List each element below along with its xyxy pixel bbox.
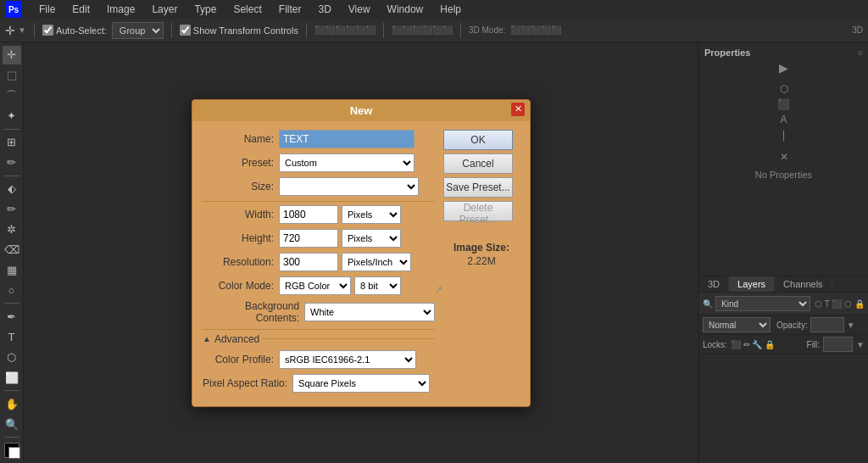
height-input[interactable] [279, 229, 338, 248]
properties-icon-1[interactable]: ⬡ [780, 83, 788, 95]
toolbar-separator-2 [171, 23, 172, 38]
app-logo: Ps [5, 1, 22, 18]
blend-mode-select[interactable]: Normal Dissolve Multiply [703, 317, 771, 332]
tool-separator [4, 129, 19, 130]
properties-menu-icon[interactable]: ≡ [858, 48, 863, 58]
image-size-label: Image Size: [443, 242, 520, 254]
properties-icons-row: ▶ [704, 61, 863, 75]
color-depth-select[interactable]: 8 bit 16 bit 32 bit [354, 276, 401, 295]
filter-type-select[interactable]: Kind [715, 296, 810, 311]
advanced-section-header[interactable]: ▲ Advanced [203, 333, 435, 345]
preset-select[interactable]: Custom Default Photoshop Size Letter [279, 153, 415, 172]
eyedropper-tool[interactable]: ✏ [3, 153, 21, 172]
tab-3d[interactable]: 3D [699, 276, 729, 292]
clone-tool[interactable]: ✲ [3, 220, 21, 239]
menu-select[interactable]: Select [230, 3, 264, 15]
hand-tool[interactable]: ✋ [3, 394, 21, 413]
size-select[interactable] [279, 177, 419, 196]
tab-channels[interactable]: Channels [775, 276, 832, 292]
eraser-tool[interactable]: ⌫ [3, 241, 21, 259]
menu-filter[interactable]: Filter [275, 3, 305, 15]
fill-input[interactable] [823, 337, 853, 352]
magic-wand-tool[interactable]: ✦ [3, 107, 21, 126]
dodge-tool[interactable]: ○ [3, 281, 21, 299]
type-tool[interactable]: T [3, 327, 21, 346]
properties-icon-2[interactable]: ⬛ [777, 98, 790, 110]
left-toolbar: ✛ ⬚ ⌒ ✦ ⊞ ✏ ⬖ ✏ ✲ ⌫ ▦ ○ ✒ T ⬡ ⬜ ✋ 🔍 [0, 42, 24, 463]
pixel-aspect-row: Pixel Aspect Ratio: Square Pixels D1/DV … [203, 374, 435, 393]
show-transform-label: Show Transform Controls [180, 25, 298, 36]
pen-tool[interactable]: ✒ [3, 307, 21, 326]
menu-edit[interactable]: Edit [69, 3, 93, 15]
menu-type[interactable]: Type [191, 3, 220, 15]
tool-separator-4 [4, 390, 19, 391]
color-profile-select[interactable]: sRGB IEC61966-2.1 Adobe RGB (1998) ProPh… [279, 350, 416, 369]
fill-arrow: ▼ [856, 340, 865, 349]
menu-layer[interactable]: Layer [148, 3, 181, 15]
name-label: Name: [203, 133, 279, 145]
name-input[interactable] [279, 130, 415, 148]
advanced-arrow-icon: ▲ [203, 334, 211, 343]
color-profile-label: Color Profile: [203, 354, 279, 365]
resolution-unit-select[interactable]: Pixels/Inch Pixels/Centimeter [342, 253, 411, 271]
menu-file[interactable]: File [36, 3, 58, 15]
pixel-aspect-select[interactable]: Square Pixels D1/DV NTSC (0.91) [292, 374, 430, 393]
lasso-tool[interactable]: ⌒ [3, 86, 21, 105]
move-tool[interactable]: ✛ [3, 46, 21, 64]
path-tool[interactable]: ⬡ [3, 348, 21, 366]
canvas-area: New ✕ Name: Preset: [24, 42, 698, 463]
properties-close-icon[interactable]: ✕ [780, 151, 788, 163]
ok-button[interactable]: OK [443, 130, 513, 150]
auto-select-checkbox[interactable] [42, 25, 53, 36]
properties-buttons: ⬡ ⬛ A | [704, 80, 863, 144]
advanced-label: Advanced [214, 333, 259, 345]
save-preset-button[interactable]: Save Preset... [443, 177, 513, 198]
right-panel: Properties ≡ ▶ ⬡ ⬛ A | ✕ No Properties 3… [698, 42, 868, 463]
auto-select-target[interactable]: Group [112, 22, 164, 39]
properties-icon-4[interactable]: | [782, 129, 785, 141]
auto-select-text: Auto-Select: [56, 25, 107, 36]
background-color[interactable] [8, 447, 20, 459]
menu-help[interactable]: Help [437, 3, 465, 15]
dialog-close-button[interactable]: ✕ [511, 103, 525, 116]
selection-tool[interactable]: ⬚ [3, 66, 21, 85]
dialog-title: New [350, 104, 373, 117]
tool-separator-3 [4, 303, 19, 304]
opacity-arrow: ▼ [847, 321, 855, 330]
menu-3d[interactable]: 3D [314, 3, 334, 15]
crop-tool[interactable]: ⊞ [3, 133, 21, 152]
zoom-tool[interactable]: 🔍 [3, 415, 21, 433]
brush-tool[interactable]: ✏ [3, 200, 21, 219]
properties-icon-3[interactable]: A [780, 114, 787, 126]
resolution-label: Resolution: [203, 256, 279, 268]
resolution-input[interactable] [279, 253, 338, 271]
image-size-value: 2.22M [443, 255, 520, 267]
tool-separator-2 [4, 176, 19, 176]
layers-filter-row: 🔍 Kind ⬡ T ⬛ ⬡ 🔒 [699, 293, 868, 315]
color-mode-row: Color Mode: RGB Color CMYK Color Graysca… [203, 276, 435, 295]
properties-panel-header: Properties ≡ [704, 47, 863, 58]
image-size-display: Image Size: 2.22M [443, 242, 520, 267]
width-input[interactable] [279, 205, 338, 224]
cancel-button[interactable]: Cancel [443, 153, 513, 174]
heal-tool[interactable]: ⬖ [3, 180, 21, 198]
height-unit-select[interactable]: Pixels Inches [342, 229, 401, 248]
gradient-tool[interactable]: ▦ [3, 261, 21, 280]
width-unit-select[interactable]: Pixels Inches [342, 205, 401, 224]
tab-layers[interactable]: Layers [729, 276, 775, 292]
color-mode-select[interactable]: RGB Color CMYK Color Grayscale [279, 276, 351, 295]
show-transform-checkbox[interactable] [180, 25, 191, 36]
opacity-input[interactable] [810, 317, 844, 332]
shape-tool[interactable]: ⬜ [3, 368, 21, 387]
menu-window[interactable]: Window [384, 3, 427, 15]
3d-mode-label: 3D Mode: [469, 25, 505, 35]
height-label: Height: [203, 232, 279, 244]
menu-image[interactable]: Image [103, 3, 138, 15]
properties-close-icon-row: ✕ [704, 151, 863, 163]
foreground-color[interactable] [4, 443, 19, 458]
bg-contents-select[interactable]: White Background Color Black Transparent [304, 303, 435, 321]
delete-preset-button[interactable]: Delete Preset... [443, 201, 513, 221]
form-divider-2 [203, 329, 435, 330]
menu-view[interactable]: View [345, 3, 374, 15]
show-transform-text: Show Transform Controls [193, 25, 298, 36]
